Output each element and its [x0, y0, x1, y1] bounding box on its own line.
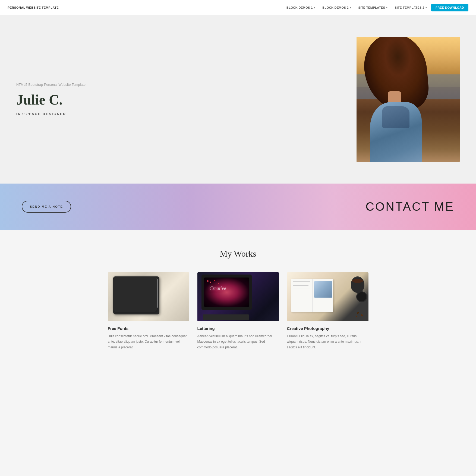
hero-role-suffix: FACE DESIGNER	[29, 112, 66, 116]
work-image-free-fonts: de·sign	[108, 272, 189, 321]
nav-link-site-templates-2[interactable]: SITE TEMPLATES 2 ▾	[392, 4, 430, 11]
work-card-text-free-fonts: Duis consectetur neque orci. Praesent vi…	[108, 333, 189, 350]
hero-role-prefix: IN	[16, 112, 21, 116]
works-title: My Works	[16, 249, 460, 259]
contact-section: SEND ME A NOTE CONTACT ME	[0, 184, 476, 230]
chevron-down-icon: ▾	[314, 6, 315, 9]
contact-heading: CONTACT ME	[365, 200, 454, 213]
work-card-lettering: Creative Lettering Aenean vestibulum ali…	[197, 272, 279, 350]
send-note-button[interactable]: SEND ME A NOTE	[22, 201, 71, 213]
work-card-text-lettering: Aenean vestibulum aliquam mauris non ull…	[197, 333, 279, 350]
work-card-photography: Creative Photography Curabitur ligula ex…	[287, 272, 368, 350]
work-card-text-photography: Curabitur ligula ex, sagittis vel turpis…	[287, 333, 368, 350]
works-grid: de·sign Free Fonts Duis consectetur nequ…	[108, 272, 368, 350]
free-download-button[interactable]: FREE DOWNLOAD	[431, 4, 468, 11]
work-card-title-lettering: Lettering	[197, 326, 279, 331]
hero-subtitle: HTML5 Bootstrap Personal Website Templat…	[16, 83, 136, 87]
hero-image-container	[357, 37, 460, 162]
work-card-free-fonts: de·sign Free Fonts Duis consectetur nequ…	[108, 272, 189, 350]
work-image-lettering: Creative	[197, 272, 279, 321]
chevron-down-icon: ▾	[425, 6, 427, 9]
nav-link-block-demos-1[interactable]: BLOCK DEMOS 1 ▾	[284, 4, 318, 11]
hero-portrait	[357, 37, 460, 162]
hero-role-italic: TER	[21, 112, 29, 116]
navbar-brand: PERSONAL WEBSITE TEMPLATE	[8, 6, 59, 9]
works-section: My Works de·sign Free	[0, 230, 476, 372]
hero-role: INTERFACE DESIGNER	[16, 112, 136, 116]
navbar-links: BLOCK DEMOS 1 ▾ BLOCK DEMOS 2 ▾ SITE TEM…	[284, 4, 468, 11]
work-card-title-free-fonts: Free Fonts	[108, 326, 189, 331]
navbar: PERSONAL WEBSITE TEMPLATE BLOCK DEMOS 1 …	[0, 0, 476, 15]
hero-content: HTML5 Bootstrap Personal Website Templat…	[16, 83, 147, 116]
hero-section: HTML5 Bootstrap Personal Website Templat…	[0, 15, 476, 184]
work-image-photography	[287, 272, 368, 321]
nav-link-site-templates[interactable]: SITE TEMPLATES ▾	[356, 4, 390, 11]
work-card-title-photography: Creative Photography	[287, 326, 368, 331]
chevron-down-icon: ▾	[350, 6, 351, 9]
hero-name: Julie C.	[16, 92, 136, 108]
chevron-down-icon: ▾	[386, 6, 387, 9]
nav-link-block-demos-2[interactable]: BLOCK DEMOS 2 ▾	[320, 4, 354, 11]
